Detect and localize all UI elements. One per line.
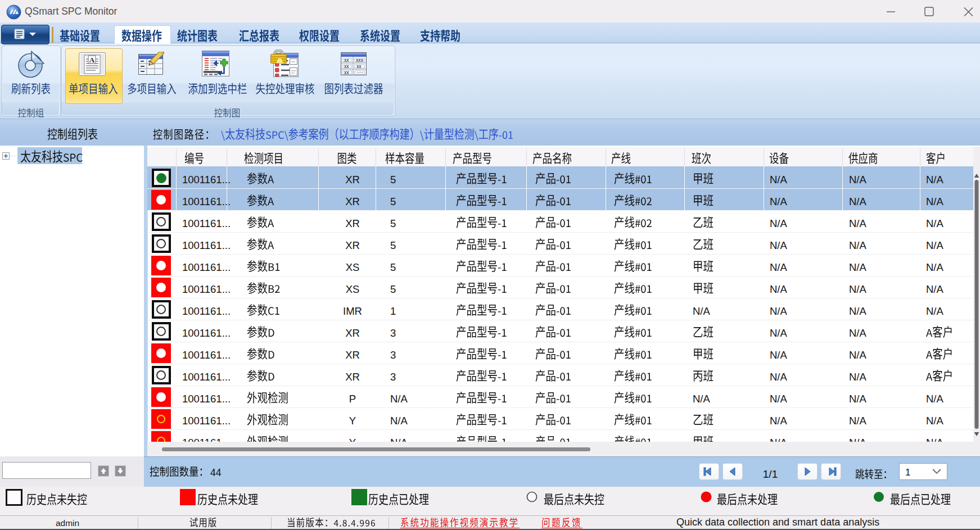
svg-text:1: 1 bbox=[390, 305, 396, 317]
svg-text:P: P bbox=[349, 393, 356, 405]
svg-text:N/A: N/A bbox=[770, 371, 788, 383]
svg-text:Y: Y bbox=[349, 437, 356, 449]
svg-text:XR: XR bbox=[345, 239, 360, 251]
svg-text:N/A: N/A bbox=[849, 327, 867, 339]
svg-text:1001161...: 1001161... bbox=[182, 283, 231, 295]
svg-text:N/A: N/A bbox=[770, 327, 788, 339]
svg-text:XR: XR bbox=[345, 327, 360, 339]
svg-text:N/A: N/A bbox=[849, 305, 867, 317]
svg-text:1001161...: 1001161... bbox=[182, 371, 231, 383]
svg-text:IMR: IMR bbox=[343, 305, 362, 317]
svg-text:N/A: N/A bbox=[770, 349, 788, 361]
svg-text:N/A: N/A bbox=[849, 437, 867, 449]
svg-text:N/A: N/A bbox=[849, 239, 867, 251]
svg-text:N/A: N/A bbox=[770, 239, 788, 251]
svg-text:1001161...: 1001161... bbox=[182, 196, 231, 207]
svg-text:1: 1 bbox=[905, 467, 910, 478]
svg-text:QSmart SPC Monitor: QSmart SPC Monitor bbox=[25, 6, 118, 17]
svg-text:N/A: N/A bbox=[770, 305, 788, 317]
svg-text:1/1: 1/1 bbox=[763, 468, 778, 480]
svg-text:XR: XR bbox=[345, 371, 360, 383]
svg-text:N/A: N/A bbox=[926, 196, 944, 207]
svg-text:5: 5 bbox=[390, 261, 396, 273]
svg-text:1001161...: 1001161... bbox=[182, 349, 231, 361]
svg-text:N/A: N/A bbox=[926, 218, 944, 229]
svg-text:1001161...: 1001161... bbox=[182, 239, 231, 251]
svg-text:N/A: N/A bbox=[770, 437, 788, 449]
svg-text:3: 3 bbox=[390, 349, 396, 361]
svg-text:XR: XR bbox=[345, 349, 360, 361]
svg-text:N/A: N/A bbox=[849, 261, 867, 273]
svg-text:1001161...: 1001161... bbox=[182, 415, 231, 427]
svg-text:N/A: N/A bbox=[770, 393, 788, 405]
svg-text:N/A: N/A bbox=[849, 349, 867, 361]
svg-text:1001161...: 1001161... bbox=[182, 437, 231, 449]
svg-text:N/A: N/A bbox=[770, 283, 788, 295]
svg-text:N/A: N/A bbox=[849, 371, 867, 383]
svg-text:N/A: N/A bbox=[926, 305, 944, 317]
svg-text:N/A: N/A bbox=[770, 174, 788, 185]
svg-text:XR: XR bbox=[345, 218, 360, 229]
svg-text:admin: admin bbox=[56, 518, 79, 528]
svg-text:N/A: N/A bbox=[390, 437, 408, 449]
svg-text:N/A: N/A bbox=[926, 239, 944, 251]
svg-text:5: 5 bbox=[390, 283, 396, 295]
svg-text:N/A: N/A bbox=[926, 393, 944, 405]
svg-text:5: 5 bbox=[390, 239, 396, 251]
svg-text:N/A: N/A bbox=[926, 283, 944, 295]
svg-text:N/A: N/A bbox=[693, 305, 711, 317]
svg-text:Y: Y bbox=[349, 415, 356, 427]
svg-text:N/A: N/A bbox=[849, 218, 867, 229]
svg-text:N/A: N/A bbox=[849, 415, 867, 427]
svg-text:44: 44 bbox=[210, 467, 222, 478]
svg-text:5: 5 bbox=[390, 174, 396, 185]
svg-text:1001161...: 1001161... bbox=[182, 393, 231, 405]
svg-text:N/A: N/A bbox=[849, 283, 867, 295]
svg-text:N/A: N/A bbox=[926, 174, 944, 185]
svg-text:XR: XR bbox=[345, 174, 360, 185]
svg-text:N/A: N/A bbox=[390, 393, 408, 405]
svg-text:1001161...: 1001161... bbox=[182, 261, 231, 273]
svg-text:N/A: N/A bbox=[770, 415, 788, 427]
svg-text:3: 3 bbox=[390, 371, 396, 383]
svg-text:N/A: N/A bbox=[770, 196, 788, 207]
svg-text:5: 5 bbox=[390, 196, 396, 207]
svg-text:1001161...: 1001161... bbox=[182, 218, 231, 229]
svg-text:1001161...: 1001161... bbox=[182, 174, 231, 185]
svg-text:1001161...: 1001161... bbox=[182, 327, 231, 339]
svg-text:Quick data collection and smar: Quick data collection and smart data ana… bbox=[676, 517, 879, 528]
svg-text:XR: XR bbox=[345, 196, 360, 207]
svg-text:N/A: N/A bbox=[926, 437, 944, 449]
svg-text:5: 5 bbox=[390, 218, 396, 229]
svg-text:N/A: N/A bbox=[849, 393, 867, 405]
svg-text:3: 3 bbox=[390, 327, 396, 339]
svg-text:N/A: N/A bbox=[849, 174, 867, 185]
svg-text:1001161...: 1001161... bbox=[182, 305, 231, 317]
svg-text:N/A: N/A bbox=[770, 261, 788, 273]
svg-text:XS: XS bbox=[346, 283, 360, 295]
svg-text:N/A: N/A bbox=[390, 415, 408, 427]
svg-text:N/A: N/A bbox=[926, 261, 944, 273]
svg-text:XS: XS bbox=[346, 261, 360, 273]
svg-text:N/A: N/A bbox=[849, 196, 867, 207]
svg-text:N/A: N/A bbox=[693, 393, 711, 405]
svg-text:N/A: N/A bbox=[926, 415, 944, 427]
svg-text:N/A: N/A bbox=[770, 218, 788, 229]
